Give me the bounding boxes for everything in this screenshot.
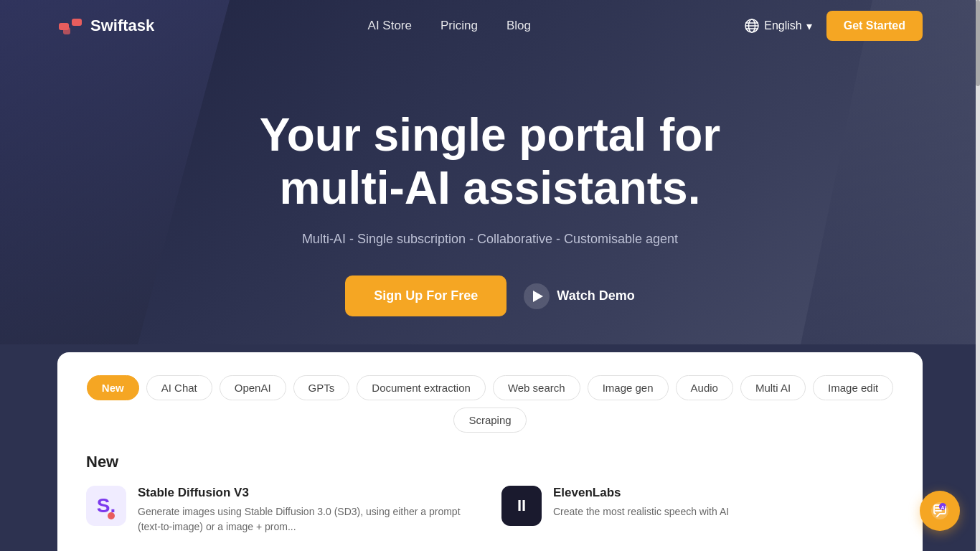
get-started-button[interactable]: Get Started: [826, 11, 923, 41]
globe-icon: [744, 18, 760, 34]
svg-rect-1: [72, 19, 82, 26]
hero-section: Your single portal for multi-AI assistan…: [0, 52, 980, 352]
chatbot-widget[interactable]: AI: [920, 491, 960, 531]
tag-audio[interactable]: Audio: [676, 375, 733, 400]
nav-ai-store[interactable]: AI Store: [368, 19, 412, 33]
hero-subtitle: Multi-AI - Single subscription - Collabo…: [29, 232, 951, 247]
navbar: Swiftask AI Store Pricing Blog English ▾…: [0, 0, 980, 52]
tag-openai[interactable]: OpenAI: [220, 375, 286, 400]
chatbot-icon: AI: [930, 501, 950, 521]
scrollbar-thumb[interactable]: [976, 0, 980, 86]
tool-info-elevenlabs: ElevenLabs Create the most realistic spe…: [553, 486, 729, 519]
nav-pricing[interactable]: Pricing: [440, 19, 478, 33]
tag-gpts[interactable]: GPTs: [293, 375, 350, 400]
tag-image-edit[interactable]: Image edit: [813, 375, 893, 400]
tag-scraping[interactable]: Scraping: [453, 408, 526, 433]
nav-blog[interactable]: Blog: [507, 19, 531, 33]
tag-multi-ai[interactable]: Multi AI: [740, 375, 806, 400]
tag-ai-chat[interactable]: AI Chat: [146, 375, 212, 400]
section-title: New: [86, 453, 894, 471]
hero-actions: Sign Up For Free Watch Demo: [29, 276, 951, 316]
svg-rect-2: [63, 27, 70, 34]
tool-card-elevenlabs[interactable]: II ElevenLabs Create the most realistic …: [501, 486, 894, 551]
logo[interactable]: Swiftask: [57, 13, 154, 39]
tag-new[interactable]: New: [87, 375, 139, 400]
tool-logo-elevenlabs: II: [501, 486, 542, 526]
tool-info-stable-diffusion: Stable Diffusion V3 Generate images usin…: [138, 486, 479, 534]
tag-document-extraction[interactable]: Document extraction: [357, 375, 486, 400]
tool-card-stable-diffusion[interactable]: S. Stable Diffusion V3 Generate images u…: [86, 486, 479, 551]
tag-web-search[interactable]: Web search: [493, 375, 580, 400]
card-section: New AI Chat OpenAI GPTs Document extract…: [57, 352, 923, 551]
tag-image-gen[interactable]: Image gen: [588, 375, 669, 400]
filter-tags: New AI Chat OpenAI GPTs Document extract…: [86, 375, 894, 433]
hero-title: Your single portal for multi-AI assistan…: [203, 109, 777, 215]
language-label: English: [764, 19, 801, 32]
nav-links: AI Store Pricing Blog: [368, 19, 531, 33]
chevron-down-icon: ▾: [806, 19, 812, 33]
svg-text:AI: AI: [941, 505, 946, 510]
nav-right: English ▾ Get Started: [744, 11, 923, 41]
play-icon: [524, 283, 550, 309]
scrollbar-track[interactable]: [976, 0, 980, 551]
tool-logo-stable-diffusion: S.: [86, 486, 126, 526]
logo-text: Swiftask: [90, 17, 154, 35]
watch-demo-button[interactable]: Watch Demo: [524, 283, 634, 309]
signup-button[interactable]: Sign Up For Free: [345, 276, 507, 316]
language-selector[interactable]: English ▾: [744, 18, 811, 34]
play-triangle: [533, 291, 543, 302]
tool-cards: S. Stable Diffusion V3 Generate images u…: [86, 486, 894, 551]
logo-icon: [57, 13, 83, 39]
